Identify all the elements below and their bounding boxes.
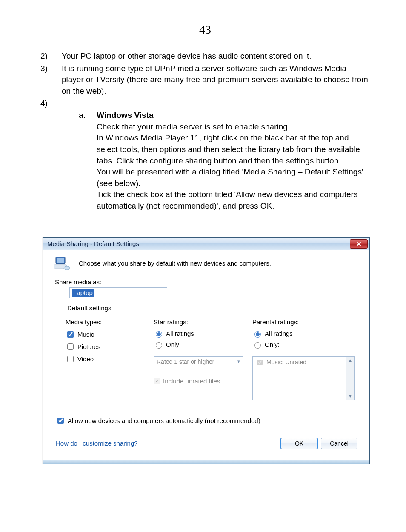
parental-ratings-heading: Parental ratings: (252, 318, 355, 326)
sub-body-line2: In Windows Media Player 11, right click … (97, 132, 370, 166)
dialog-title: Media Sharing - Default Settings (47, 240, 139, 247)
page-number: 43 (40, 21, 370, 38)
label-music: Music (77, 331, 94, 338)
sub-body-line3: You will be presented with a dialog titl… (97, 166, 370, 189)
label-parental-only: Only: (265, 341, 280, 348)
help-link[interactable]: How do I customize sharing? (56, 440, 138, 447)
include-unrated-checkbox: ✓ Include unrated files (154, 378, 243, 385)
close-icon (356, 242, 361, 246)
close-button[interactable] (350, 239, 368, 249)
label-star-only: Only: (166, 341, 181, 348)
svg-rect-1 (57, 258, 64, 263)
sub-title-vista: Windows Vista (97, 110, 370, 121)
list-number-3: 3) (40, 63, 62, 97)
star-rating-dropdown-value: Rated 1 star or higher (157, 358, 214, 365)
scrollbar[interactable]: ▲ ▼ (346, 357, 354, 400)
radio-parental-only[interactable] (254, 342, 261, 349)
include-unrated-label: Include unrated files (163, 378, 220, 385)
share-media-as-label: Share media as: (55, 278, 363, 286)
label-allow-new-devices: Allow new devices and computers automati… (68, 417, 260, 424)
dialog-titlebar[interactable]: Media Sharing - Default Settings (43, 238, 369, 250)
list-number-4: 4) (40, 98, 62, 109)
dialog-bottom-border (43, 460, 369, 464)
sub-letter-a: a. (79, 110, 97, 212)
checkbox-music-unrated (257, 360, 263, 365)
list-text-3: It is running some type of UPnP media se… (62, 63, 370, 97)
radio-star-only[interactable] (156, 342, 162, 349)
scroll-up-icon[interactable]: ▲ (346, 357, 354, 364)
share-media-as-value: Laptop (72, 289, 94, 297)
list-text-2: Your PC laptop or other storage device h… (62, 51, 370, 62)
label-video: Video (77, 355, 94, 363)
computer-icon (54, 256, 70, 271)
label-star-all: All ratings (166, 330, 194, 337)
chevron-down-icon: ▾ (237, 359, 240, 364)
dialog-intro-text: Choose what you share by default with ne… (79, 260, 271, 267)
checkbox-music[interactable] (67, 331, 74, 338)
checkbox-video[interactable] (67, 356, 74, 362)
list-number-2: 2) (40, 51, 62, 62)
default-settings-group: Default settings Media types: Music Pict… (60, 304, 360, 409)
sub-body-line4: Tick the check box at the bottom titled … (97, 189, 370, 212)
checkbox-pictures[interactable] (67, 343, 74, 350)
svg-point-3 (64, 266, 70, 270)
checkbox-allow-new-devices[interactable] (57, 418, 64, 424)
share-media-as-input[interactable]: Laptop (69, 287, 167, 298)
default-settings-legend: Default settings (66, 304, 113, 312)
media-types-heading: Media types: (66, 318, 144, 326)
radio-parental-all[interactable] (254, 331, 261, 338)
label-music-unrated: Music: Unrated (266, 359, 306, 366)
star-rating-dropdown[interactable]: Rated 1 star or higher ▾ (154, 356, 243, 367)
cancel-button[interactable]: Cancel (321, 438, 357, 449)
label-parental-all: All ratings (265, 330, 293, 337)
ok-button[interactable]: OK (281, 438, 317, 449)
parental-ratings-list[interactable]: Music: Unrated ▲ ▼ (252, 356, 355, 400)
scroll-down-icon[interactable]: ▼ (346, 392, 354, 400)
sub-body-line1: Check that your media server is set to e… (97, 121, 370, 133)
media-sharing-dialog: Media Sharing - Default Settings Choose (43, 237, 370, 464)
radio-star-all[interactable] (156, 331, 162, 338)
checkmark-icon: ✓ (154, 378, 160, 384)
label-pictures: Pictures (77, 343, 100, 350)
star-ratings-heading: Star ratings: (154, 318, 243, 326)
